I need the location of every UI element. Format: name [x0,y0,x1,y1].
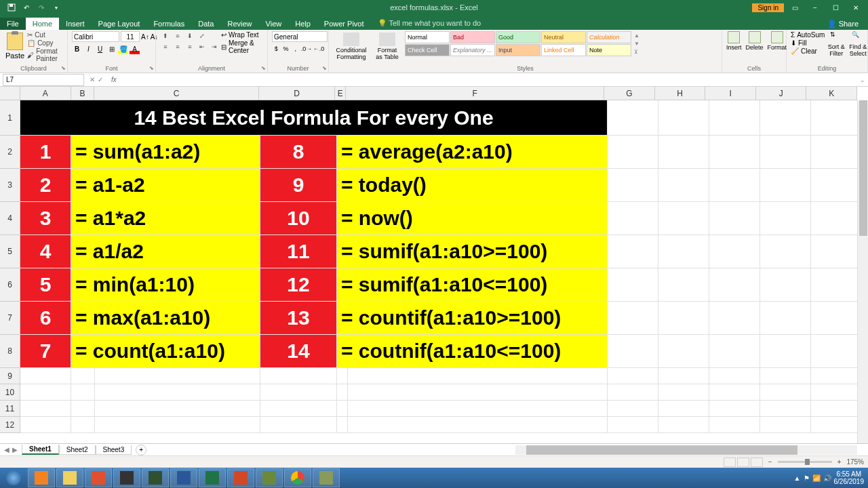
cell-EF3[interactable]: = today() [337,169,608,202]
cell-F10[interactable] [348,384,608,401]
vertical-scrollbar[interactable] [857,100,868,443]
style-check-cell[interactable]: Check Cell [405,44,450,56]
cell-H5[interactable] [658,235,709,268]
insert-cells-button[interactable]: Insert [726,31,742,51]
paste-button[interactable]: Paste [4,31,26,61]
cell-A4[interactable]: 3 [20,202,71,235]
cell-G12[interactable] [608,417,658,433]
cell-G2[interactable] [608,136,658,169]
cell-I2[interactable] [709,136,760,169]
cell-J1[interactable] [760,100,811,136]
gallery-more-icon[interactable]: ⊻ [634,49,639,55]
redo-icon[interactable]: ↷ [35,1,47,14]
underline-button[interactable]: U [95,44,105,54]
alignment-launcher-icon[interactable]: ⬊ [261,65,266,71]
cell-E10[interactable] [337,384,348,401]
save-icon[interactable] [5,1,18,14]
style-good[interactable]: Good [496,31,540,43]
tray-volume-icon[interactable]: 🔊 [823,474,831,482]
align-bottom-icon[interactable]: ⬇ [184,31,195,41]
zoom-in-icon[interactable]: + [837,458,842,466]
align-middle-icon[interactable]: ≡ [172,31,183,41]
row-header-7[interactable]: 7 [0,302,20,335]
cell-J7[interactable] [760,302,811,335]
find-select-button[interactable]: 🔍Find & Select [848,31,868,57]
cell-D7[interactable]: 13 [260,302,337,335]
sort-filter-button[interactable]: ⇅Sort & Filter [826,31,846,57]
cell-A5[interactable]: 4 [20,235,71,268]
cell-I5[interactable] [709,235,760,268]
cell-A10[interactable] [20,384,71,401]
cell-B12[interactable] [71,417,95,433]
task-app1[interactable] [113,468,140,487]
fx-icon[interactable]: fx [108,76,119,83]
cell-K7[interactable] [811,302,862,335]
tab-page-layout[interactable]: Page Layout [92,18,147,30]
minimize-icon[interactable]: − [806,1,825,14]
decrease-decimal-icon[interactable]: ←.0 [313,43,324,54]
autosum-button[interactable]: Σ AutoSum [791,31,825,39]
cell-I1[interactable] [709,100,760,136]
hscroll-thumb[interactable] [526,445,797,455]
cell-H10[interactable] [658,384,709,401]
cell-K2[interactable] [811,136,862,169]
cell-J4[interactable] [760,202,811,235]
cell-K4[interactable] [811,202,862,235]
cell-D3[interactable]: 9 [260,169,337,202]
cell-C10[interactable] [95,384,260,401]
cell-K1[interactable] [811,100,862,136]
tab-view[interactable]: View [259,18,289,30]
cell-E12[interactable] [337,417,348,433]
cell-styles-gallery[interactable]: Normal Bad Good Neutral Calculation Chec… [405,31,631,56]
conditional-formatting-button[interactable]: Conditional Formatting [333,31,370,62]
copy-button[interactable]: 📋 Copy [27,39,63,47]
cell-J2[interactable] [760,136,811,169]
cell-I8[interactable] [709,335,760,368]
cell-B9[interactable] [71,368,95,384]
number-format-combo[interactable] [272,31,328,42]
format-painter-button[interactable]: 🖌 Format Painter [27,47,63,62]
maximize-icon[interactable]: ☐ [826,1,845,14]
task-media[interactable] [85,468,112,487]
tab-data[interactable]: Data [191,18,220,30]
cell-E11[interactable] [337,401,348,417]
cell-A11[interactable] [20,401,71,417]
cell-A6[interactable]: 5 [20,268,71,302]
qat-dropdown-icon[interactable]: ▼ [50,1,62,14]
cell-K8[interactable] [811,335,862,368]
wrap-text-button[interactable]: ↩ Wrap Text [221,31,263,39]
format-cells-button[interactable]: Format [768,31,787,51]
cell-I4[interactable] [709,202,760,235]
cells-area[interactable]: 14 Best Excel Formula For every One1= su… [20,100,857,443]
cell-C11[interactable] [95,401,260,417]
cell-A9[interactable] [20,368,71,384]
align-right-icon[interactable]: ≡ [184,42,195,52]
cell-EF6[interactable]: = sumif(a1:a10<=100) [337,268,608,302]
style-input[interactable]: Input [496,44,540,56]
task-chrome[interactable] [284,468,311,487]
cell-K10[interactable] [811,384,862,401]
gallery-down-icon[interactable]: ▼ [634,41,639,47]
indent-increase-icon[interactable]: ⇥ [209,42,220,52]
merge-center-button[interactable]: ⊟ Merge & Center [221,39,263,54]
italic-button[interactable]: I [83,44,94,54]
grow-font-icon[interactable]: A↑ [141,32,149,42]
cell-J6[interactable] [760,268,811,302]
tray-flag-icon[interactable]: ⚑ [804,474,810,482]
align-left-icon[interactable]: ≡ [160,42,171,52]
cell-I7[interactable] [709,302,760,335]
cell-K5[interactable] [811,235,862,268]
style-calculation[interactable]: Calculation [587,31,631,43]
cell-G3[interactable] [608,169,658,202]
cell-H7[interactable] [658,302,709,335]
row-header-4[interactable]: 4 [0,202,20,235]
cell-EF8[interactable]: = coutnif(a1:a10<=100) [337,335,608,368]
row-header-11[interactable]: 11 [0,401,20,417]
cell-H4[interactable] [658,202,709,235]
sheet-tab-1[interactable]: Sheet1 [22,445,59,455]
sheet-tab-3[interactable]: Sheet3 [96,445,132,455]
number-launcher-icon[interactable]: ⬊ [322,65,327,71]
col-header-B[interactable]: B [71,87,95,100]
gallery-up-icon[interactable]: ▲ [634,33,639,39]
style-explanatory[interactable]: Explanatory ... [450,44,495,56]
